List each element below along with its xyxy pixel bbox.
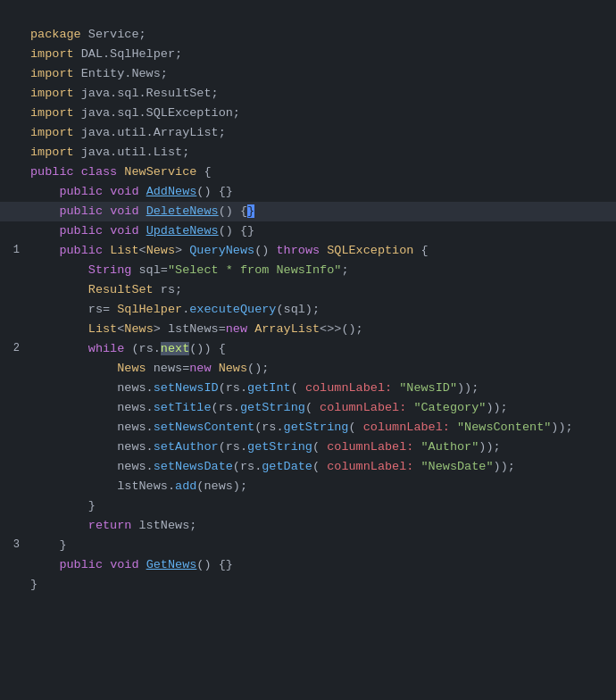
token: ( [312, 460, 327, 473]
token: news. [30, 401, 154, 414]
code-text: public void UpdateNews() {} [30, 221, 609, 241]
token: import [30, 47, 74, 61]
token: "Select * from NewsInfo" [168, 263, 341, 277]
token: while [88, 342, 125, 355]
token: throws [276, 244, 320, 257]
code-text: public List<News> QueryNews() throws SQL… [30, 241, 609, 261]
token [413, 460, 420, 473]
token: "NewsContent" [457, 421, 551, 434]
token: (news); [196, 479, 247, 493]
code-line: import java.sql.SQLException; [0, 104, 616, 123]
token: setNewsID [154, 381, 219, 395]
token: { [413, 244, 428, 257]
token: } [30, 499, 96, 512]
code-line: lstNews.add(news); [0, 477, 616, 496]
token: import [30, 106, 74, 120]
code-text: import DAL.SqlHelper; [30, 45, 609, 64]
code-line: news.setNewsID(rs.getInt( columnLabel: "… [0, 379, 616, 398]
token: news= [146, 362, 190, 375]
token: rs= [30, 303, 117, 316]
token: SQLException [327, 244, 413, 257]
token: "NewsID" [399, 381, 457, 395]
token [450, 421, 457, 434]
code-line: rs= SqlHelper.executeQuery(sql); [0, 300, 616, 320]
token: GetNews [146, 558, 197, 571]
token: } [247, 204, 254, 218]
token [139, 185, 146, 198]
token: void [110, 224, 138, 238]
token: > lstNews= [154, 322, 226, 336]
code-line: String sql="Select * from NewsInfo"; [0, 261, 616, 280]
token: () { [219, 204, 247, 218]
code-text: ResultSet rs; [30, 280, 609, 300]
token [139, 224, 146, 238]
token: } [30, 538, 67, 552]
token: import [30, 126, 74, 139]
token: getString [247, 440, 312, 454]
token [30, 244, 59, 257]
code-line: import java.util.List; [0, 143, 616, 162]
token: setAuthor [154, 440, 219, 454]
token: ArrayList [254, 322, 320, 336]
token: (sql); [276, 303, 320, 316]
token [30, 558, 59, 571]
token: (rs. [233, 460, 262, 473]
token: columnLabel: [305, 381, 392, 395]
token [413, 440, 420, 454]
token: new [226, 322, 247, 336]
code-text: public void DeleteNews() {} [30, 202, 609, 221]
token: sql= [131, 263, 168, 277]
token: )); [551, 421, 572, 434]
line-number: 2 [4, 340, 20, 357]
token [30, 322, 88, 336]
code-text: news.setNewsContent(rs.getString( column… [30, 418, 609, 438]
token: "NewsDate" [421, 460, 494, 473]
token [30, 263, 88, 277]
token [30, 519, 88, 532]
token: news. [30, 440, 154, 454]
code-text: String sql="Select * from NewsInfo"; [30, 261, 609, 280]
token [103, 204, 110, 218]
code-text: import java.util.ArrayList; [30, 123, 609, 143]
token: ResultSet [88, 283, 154, 296]
token [74, 165, 81, 179]
code-line: public void GetNews() {} [0, 555, 616, 575]
token [30, 342, 88, 355]
code-line: List<News> lstNews=new ArrayList<>>(); [0, 320, 616, 339]
token: "Category" [413, 401, 486, 414]
token: (rs. [219, 381, 247, 395]
token: () {} [196, 558, 233, 571]
token: void [110, 204, 138, 218]
token: news. [30, 421, 154, 434]
token: lstNews; [131, 519, 196, 532]
token [30, 204, 59, 218]
token: > [175, 244, 189, 257]
token: NewService [124, 165, 196, 179]
token: )); [486, 401, 507, 414]
code-line: import DAL.SqlHelper; [0, 45, 616, 64]
token [392, 381, 399, 395]
token: Entity.News; [74, 67, 168, 80]
token: return [88, 519, 132, 532]
code-line: news.setNewsDate(rs.getDate( columnLabel… [0, 457, 616, 477]
code-line: public class NewService { [0, 162, 616, 182]
token [139, 558, 146, 571]
token: () [254, 244, 276, 257]
token: ( [291, 381, 305, 395]
token: { [196, 165, 211, 179]
token: News [117, 362, 146, 375]
token: ; [341, 263, 348, 277]
code-line: 2 while (rs.next()) { [0, 339, 616, 359]
token: () {} [219, 224, 255, 238]
code-editor: package Service;import DAL.SqlHelper;imp… [0, 0, 616, 600]
token: "Author" [421, 440, 479, 454]
token: setNewsDate [154, 460, 233, 473]
code-text: import java.util.List; [30, 143, 609, 162]
token: news. [30, 381, 154, 395]
code-text: public void AddNews() {} [30, 182, 609, 202]
token: import [30, 146, 74, 159]
token: (); [247, 362, 269, 375]
token [103, 244, 110, 257]
token: ( [305, 401, 320, 414]
token: List [110, 244, 138, 257]
